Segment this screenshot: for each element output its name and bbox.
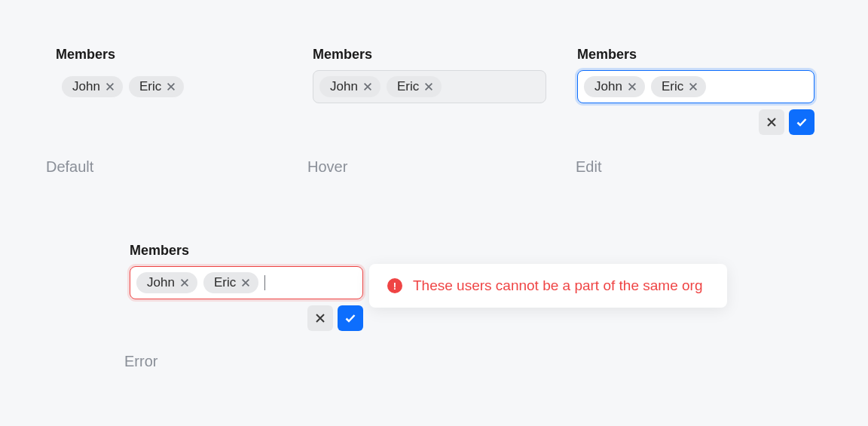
tag-text: Eric bbox=[662, 79, 683, 94]
members-field-edit: Members John Eric bbox=[577, 47, 815, 135]
members-field-default: Members John Eric bbox=[56, 47, 289, 103]
tag-input-container[interactable]: John Eric bbox=[577, 70, 815, 103]
close-icon[interactable] bbox=[627, 81, 637, 92]
members-field-hover: Members John Eric bbox=[313, 47, 546, 103]
tag-text: Eric bbox=[397, 79, 419, 94]
text-cursor bbox=[264, 275, 265, 290]
state-label-edit: Edit bbox=[576, 158, 601, 176]
state-label-hover: Hover bbox=[307, 158, 347, 176]
tag-text: John bbox=[330, 79, 358, 94]
member-tag: Eric bbox=[651, 76, 706, 97]
member-tag: John bbox=[584, 76, 645, 97]
close-icon[interactable] bbox=[105, 81, 115, 92]
field-label: Members bbox=[130, 243, 363, 259]
members-field-error: Members John Eric bbox=[130, 243, 363, 331]
member-tag: John bbox=[136, 272, 197, 293]
close-icon[interactable] bbox=[362, 81, 373, 92]
tag-text: John bbox=[147, 275, 175, 290]
check-icon bbox=[796, 116, 808, 128]
tag-text: Eric bbox=[139, 79, 161, 94]
close-icon[interactable] bbox=[240, 277, 251, 288]
tag-input-container[interactable]: John Eric bbox=[313, 70, 546, 103]
close-icon[interactable] bbox=[688, 81, 698, 92]
error-toast: ! These users cannot be a part of the sa… bbox=[369, 264, 727, 308]
field-label: Members bbox=[577, 47, 815, 63]
edit-actions bbox=[130, 305, 363, 331]
member-tag: Eric bbox=[387, 76, 442, 97]
field-label: Members bbox=[313, 47, 546, 63]
member-tag: John bbox=[62, 76, 123, 97]
close-icon bbox=[314, 312, 326, 324]
cancel-button[interactable] bbox=[307, 305, 333, 331]
close-icon[interactable] bbox=[166, 81, 176, 92]
tag-input-container[interactable]: John Eric bbox=[56, 70, 289, 103]
close-icon[interactable] bbox=[179, 277, 190, 288]
error-icon: ! bbox=[387, 278, 402, 293]
close-icon bbox=[766, 116, 778, 128]
member-tag: Eric bbox=[129, 76, 184, 97]
state-label-error: Error bbox=[124, 353, 157, 370]
edit-actions bbox=[577, 109, 815, 135]
tag-text: John bbox=[72, 79, 100, 94]
member-tag: John bbox=[319, 76, 381, 97]
check-icon bbox=[344, 312, 356, 324]
tag-text: Eric bbox=[214, 275, 236, 290]
tag-input-container[interactable]: John Eric bbox=[130, 266, 363, 299]
error-message: These users cannot be a part of the same… bbox=[413, 277, 702, 294]
tag-text: John bbox=[594, 79, 622, 94]
state-label-default: Default bbox=[46, 158, 93, 176]
confirm-button[interactable] bbox=[338, 305, 363, 331]
close-icon[interactable] bbox=[423, 81, 434, 92]
cancel-button[interactable] bbox=[759, 109, 784, 135]
confirm-button[interactable] bbox=[789, 109, 815, 135]
field-label: Members bbox=[56, 47, 289, 63]
member-tag: Eric bbox=[203, 272, 258, 293]
